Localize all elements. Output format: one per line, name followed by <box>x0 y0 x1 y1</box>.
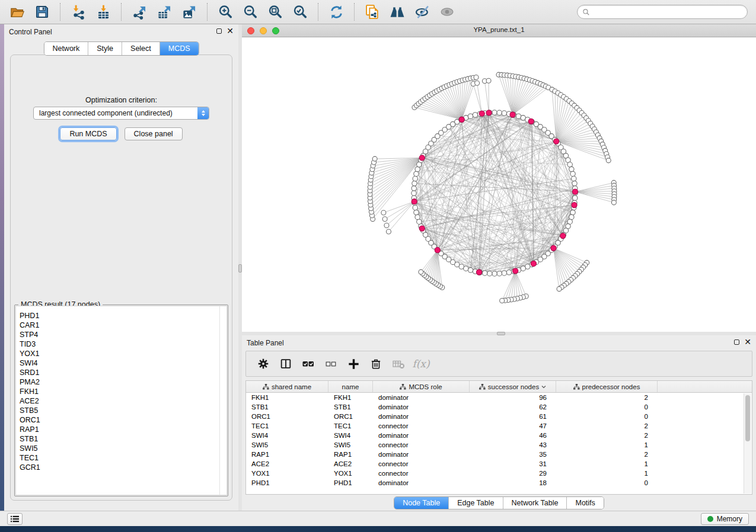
graph-hub-node[interactable] <box>531 261 536 266</box>
tab-edge-table[interactable]: Edge Table <box>448 497 502 509</box>
show-all-icon[interactable] <box>438 2 457 21</box>
graph-node[interactable] <box>497 271 502 276</box>
network-canvas[interactable] <box>242 37 756 332</box>
graph-hub-node[interactable] <box>479 111 484 116</box>
graph-leaf-node[interactable] <box>419 270 423 274</box>
tab-style[interactable]: Style <box>88 42 122 55</box>
table-scrollbar-thumb[interactable] <box>745 395 750 441</box>
zoom-selected-icon[interactable] <box>291 2 310 21</box>
refresh-layout-icon[interactable] <box>327 2 346 21</box>
export-network-icon[interactable] <box>130 2 149 21</box>
graph-node[interactable] <box>414 210 419 214</box>
show-columns-icon[interactable] <box>277 355 295 373</box>
graph-hub-node[interactable] <box>412 199 417 204</box>
column-header[interactable]: shared name <box>246 381 328 392</box>
graph-hub-node[interactable] <box>513 268 518 274</box>
graph-hub-node[interactable] <box>572 189 578 194</box>
table-row[interactable]: TEC1TEC1connector472 <box>246 421 752 431</box>
float-panel-icon[interactable] <box>734 339 739 345</box>
search-field[interactable] <box>577 5 748 19</box>
graph-node[interactable] <box>570 210 575 214</box>
add-column-icon[interactable] <box>344 355 362 373</box>
column-header[interactable]: name <box>328 381 373 392</box>
graph-hub-node[interactable] <box>551 245 556 251</box>
graph-node[interactable] <box>413 205 417 210</box>
tab-motifs[interactable]: Motifs <box>566 497 603 509</box>
tab-network[interactable]: Network <box>44 42 88 55</box>
table-row[interactable]: SWI4SWI4dominator462 <box>246 431 752 440</box>
graph-node[interactable] <box>412 181 417 185</box>
graph-node[interactable] <box>415 214 420 219</box>
graph-node[interactable] <box>414 171 419 176</box>
zoom-out-icon[interactable] <box>241 2 260 21</box>
graph-node[interactable] <box>413 176 417 181</box>
graph-leaf-node[interactable] <box>486 78 491 83</box>
close-panel-button[interactable]: Close panel <box>125 127 183 140</box>
graph-leaf-node[interactable] <box>606 158 611 163</box>
graph-hub-node[interactable] <box>419 226 425 231</box>
graph-hub-node[interactable] <box>510 112 515 117</box>
open-file-icon[interactable] <box>8 2 27 21</box>
graph-node[interactable] <box>497 110 502 115</box>
graph-node[interactable] <box>502 111 506 116</box>
deselect-all-icon[interactable] <box>322 355 340 373</box>
graph-node[interactable] <box>573 196 578 200</box>
graph-node[interactable] <box>567 162 572 167</box>
export-image-icon[interactable] <box>180 2 199 21</box>
graph-node[interactable] <box>502 271 506 275</box>
graph-leaf-node[interactable] <box>372 156 377 161</box>
list-item[interactable]: ORC1 <box>20 415 219 425</box>
graph-leaf-node[interactable] <box>384 223 389 227</box>
tab-select[interactable]: Select <box>122 42 160 55</box>
tab-node-table[interactable]: Node Table <box>394 497 448 509</box>
close-panel-icon[interactable]: ✕ <box>744 339 751 345</box>
list-item[interactable]: SRD1 <box>20 368 219 377</box>
list-item[interactable]: TID3 <box>20 339 219 349</box>
tab-mcds[interactable]: MCDS <box>160 42 199 55</box>
graph-node[interactable] <box>492 271 497 276</box>
list-item[interactable]: STB5 <box>20 406 219 415</box>
graph-hub-node[interactable] <box>572 203 577 208</box>
graph-node[interactable] <box>412 186 416 191</box>
list-item[interactable]: PMA2 <box>20 377 219 387</box>
graph-node[interactable] <box>412 191 416 196</box>
table-row[interactable]: STB1STB1dominator620 <box>246 402 752 412</box>
select-all-icon[interactable] <box>299 355 317 373</box>
export-table-icon[interactable] <box>155 2 174 21</box>
import-table-icon[interactable] <box>94 2 113 21</box>
graph-hub-node[interactable] <box>554 139 559 144</box>
binoculars-icon[interactable] <box>388 2 407 21</box>
table-row[interactable]: SWI5SWI5connector431 <box>246 440 752 450</box>
graph-node[interactable] <box>572 176 576 181</box>
table-row[interactable]: YOX1YOX1connector291 <box>246 469 752 478</box>
search-input[interactable] <box>593 8 742 16</box>
graph-leaf-node[interactable] <box>611 200 616 205</box>
list-item[interactable]: STP4 <box>20 330 219 339</box>
column-header[interactable]: MCDS role <box>373 381 470 392</box>
graph-leaf-node[interactable] <box>474 75 479 79</box>
graph-node[interactable] <box>570 171 575 176</box>
graph-leaf-node[interactable] <box>475 81 480 85</box>
graph-hub-node[interactable] <box>486 110 492 116</box>
graph-node[interactable] <box>473 113 477 117</box>
table-scrollbar[interactable] <box>744 393 751 493</box>
graph-leaf-node[interactable] <box>382 217 387 222</box>
graph-node[interactable] <box>506 270 511 275</box>
graph-node[interactable] <box>417 219 422 224</box>
graph-hub-node[interactable] <box>476 270 481 275</box>
list-item[interactable]: SWI4 <box>20 358 219 368</box>
list-item[interactable]: GCR1 <box>20 463 219 472</box>
close-panel-icon[interactable]: ✕ <box>227 28 234 34</box>
graph-hub-node[interactable] <box>419 155 425 161</box>
network-graph[interactable] <box>242 37 756 332</box>
graph-node[interactable] <box>516 114 521 118</box>
column-header[interactable]: successor nodes <box>470 381 556 392</box>
delete-column-trash-icon[interactable] <box>367 355 385 373</box>
run-mcds-button[interactable]: Run MCDS <box>60 127 116 140</box>
list-item[interactable]: CAR1 <box>20 321 219 330</box>
graph-node[interactable] <box>415 166 420 171</box>
graph-node[interactable] <box>468 268 473 273</box>
tab-network-table[interactable]: Network Table <box>503 497 567 509</box>
graph-hub-node[interactable] <box>459 117 464 122</box>
graph-hub-node[interactable] <box>560 233 566 238</box>
